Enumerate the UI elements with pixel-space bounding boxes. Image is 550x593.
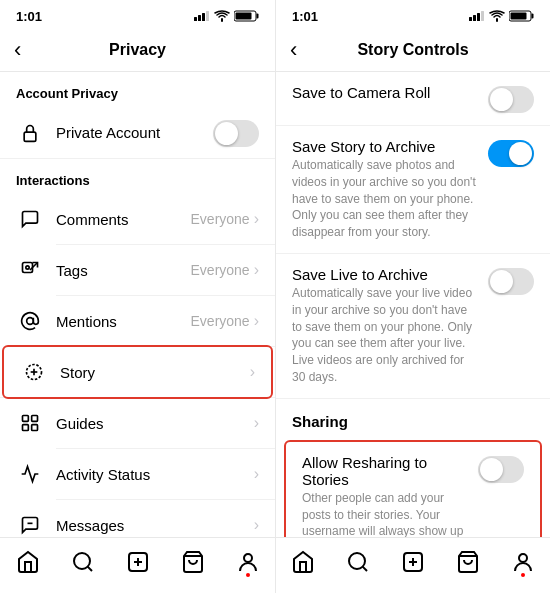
svg-point-9 xyxy=(26,266,29,269)
nav-search-left[interactable] xyxy=(71,550,95,574)
svg-rect-14 xyxy=(23,416,29,422)
story-right: › xyxy=(250,363,255,381)
time-left: 1:01 xyxy=(16,9,42,24)
right-scroll[interactable]: Save to Camera Roll Save Story to Archiv… xyxy=(276,72,550,537)
save-live-title: Save Live to Archive xyxy=(292,266,476,283)
svg-point-10 xyxy=(27,318,34,325)
svg-point-26 xyxy=(74,553,90,569)
back-button-left[interactable]: ‹ xyxy=(14,37,21,63)
at-sign-icon xyxy=(16,307,44,335)
battery-icon xyxy=(234,10,259,22)
toggle-resharing[interactable] xyxy=(478,456,524,483)
svg-rect-1 xyxy=(198,15,201,21)
comments-label: Comments xyxy=(56,211,191,228)
activity-right: › xyxy=(254,465,259,483)
section-account-privacy: Account Privacy xyxy=(0,72,275,107)
back-button-right[interactable]: ‹ xyxy=(290,37,297,63)
resharing-desc: Other people can add your posts to their… xyxy=(302,490,466,537)
nav-profile-right[interactable] xyxy=(511,550,535,574)
left-bottom-nav xyxy=(0,537,275,593)
story-chevron: › xyxy=(250,363,255,381)
right-screen: 1:01 ‹ Story Controls xyxy=(275,0,550,593)
mentions-label: Mentions xyxy=(56,313,191,330)
menu-item-guides[interactable]: Guides › xyxy=(0,398,275,448)
svg-rect-36 xyxy=(481,11,484,21)
toggle-save-camera[interactable] xyxy=(488,86,534,113)
svg-point-32 xyxy=(244,554,252,562)
svg-rect-7 xyxy=(24,132,36,141)
row-resharing[interactable]: Allow Resharing to Stories Other people … xyxy=(286,442,540,537)
row-save-camera[interactable]: Save to Camera Roll xyxy=(276,72,550,125)
save-live-text: Save Live to Archive Automatically save … xyxy=(292,266,476,386)
svg-rect-16 xyxy=(23,425,29,431)
nav-home-left[interactable] xyxy=(16,550,40,574)
status-bar-right: 1:01 xyxy=(276,0,550,28)
wifi-icon xyxy=(214,10,230,22)
toggle-save-live[interactable] xyxy=(488,268,534,295)
nav-shop-right[interactable] xyxy=(456,550,480,574)
nav-profile-left[interactable] xyxy=(236,550,260,574)
menu-item-mentions[interactable]: Mentions Everyone › xyxy=(0,296,275,346)
nav-home-right[interactable] xyxy=(291,550,315,574)
svg-rect-34 xyxy=(473,15,476,21)
save-camera-title: Save to Camera Roll xyxy=(292,84,476,101)
comment-bubble-icon xyxy=(16,205,44,233)
left-header: ‹ Privacy xyxy=(0,28,275,72)
save-archive-desc: Automatically save photos and videos in … xyxy=(292,157,476,241)
menu-item-comments[interactable]: Comments Everyone › xyxy=(0,194,275,244)
svg-rect-2 xyxy=(202,13,205,21)
section-interactions: Interactions xyxy=(0,159,275,194)
tag-person-icon xyxy=(16,256,44,284)
nav-add-left[interactable] xyxy=(126,550,150,574)
comments-chevron: › xyxy=(254,210,259,228)
resharing-title: Allow Resharing to Stories xyxy=(302,454,466,488)
guides-right: › xyxy=(254,414,259,432)
svg-rect-5 xyxy=(257,14,259,19)
messages-label: Messages xyxy=(56,517,254,534)
row-save-archive[interactable]: Save Story to Archive Automatically save… xyxy=(276,126,550,253)
svg-rect-3 xyxy=(206,11,209,21)
wifi-icon-right xyxy=(489,10,505,22)
svg-line-27 xyxy=(87,566,91,570)
battery-icon-right xyxy=(509,10,534,22)
menu-item-activity-status[interactable]: Activity Status › xyxy=(0,449,275,499)
toggle-private[interactable] xyxy=(213,120,259,147)
status-icons-left xyxy=(194,10,259,22)
comments-value: Everyone xyxy=(191,211,250,227)
tags-chevron: › xyxy=(254,261,259,279)
menu-item-tags[interactable]: Tags Everyone › xyxy=(0,245,275,295)
nav-shop-left[interactable] xyxy=(181,550,205,574)
svg-rect-17 xyxy=(32,425,38,431)
mentions-value: Everyone xyxy=(191,313,250,329)
menu-item-messages[interactable]: Messages › xyxy=(0,500,275,537)
svg-rect-15 xyxy=(32,416,38,422)
mentions-right: Everyone › xyxy=(191,312,259,330)
guides-chevron: › xyxy=(254,414,259,432)
story-add-icon xyxy=(20,358,48,386)
svg-rect-8 xyxy=(23,263,33,273)
svg-point-40 xyxy=(349,553,365,569)
tags-right: Everyone › xyxy=(191,261,259,279)
left-screen: 1:01 ‹ Privacy xyxy=(0,0,275,593)
private-account-toggle[interactable] xyxy=(213,118,259,147)
row-save-live[interactable]: Save Live to Archive Automatically save … xyxy=(276,254,550,398)
tags-label: Tags xyxy=(56,262,191,279)
signal-icon xyxy=(194,11,210,21)
right-header-title: Story Controls xyxy=(357,41,468,59)
status-bar-left: 1:01 xyxy=(0,0,275,28)
svg-rect-39 xyxy=(511,13,527,20)
toggle-save-archive[interactable] xyxy=(488,140,534,167)
svg-rect-6 xyxy=(236,13,252,20)
svg-rect-0 xyxy=(194,17,197,21)
menu-item-story[interactable]: Story › xyxy=(4,347,271,397)
svg-rect-38 xyxy=(532,14,534,19)
messages-right: › xyxy=(254,516,259,534)
messages-chevron: › xyxy=(254,516,259,534)
sharing-section-header: Sharing xyxy=(276,399,550,436)
activity-chevron: › xyxy=(254,465,259,483)
left-scroll[interactable]: Account Privacy Private Account Interact… xyxy=(0,72,275,537)
left-header-title: Privacy xyxy=(109,41,166,59)
nav-add-right[interactable] xyxy=(401,550,425,574)
menu-item-private-account[interactable]: Private Account xyxy=(0,107,275,158)
nav-search-right[interactable] xyxy=(346,550,370,574)
